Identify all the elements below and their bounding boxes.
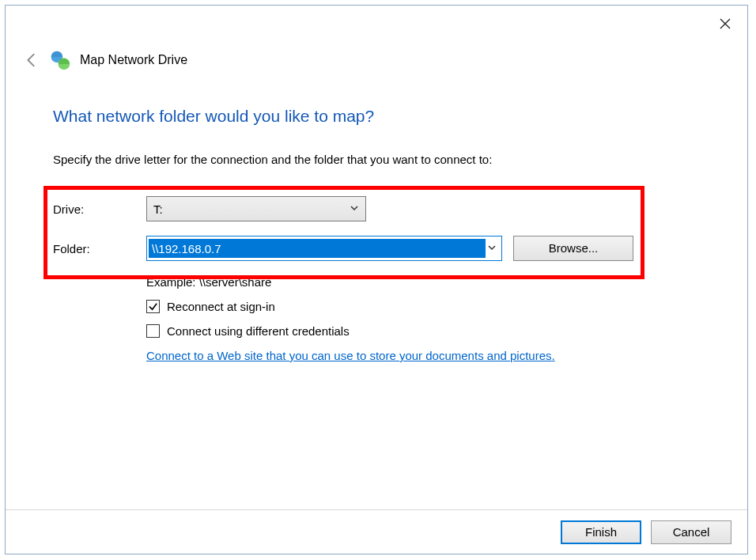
folder-combobox[interactable] [146,236,502,261]
connect-website-link[interactable]: Connect to a Web site that you can use t… [146,349,555,362]
folder-row: Folder: Browse... [53,236,700,261]
chevron-down-icon[interactable] [487,243,497,255]
dialog-content: What network folder would you like to ma… [53,107,700,373]
dialog-title: Map Network Drive [80,53,187,67]
instructions: Specify the drive letter for the connect… [53,153,700,166]
map-network-drive-dialog: Map Network Drive What network folder wo… [5,5,748,554]
credentials-checkbox[interactable] [146,324,160,338]
drive-value: T: [153,202,163,216]
chevron-down-icon [350,203,359,215]
credentials-row[interactable]: Connect using different credentials [146,324,700,338]
browse-button[interactable]: Browse... [513,236,633,261]
drive-row: Drive: T: [53,196,700,221]
drive-label: Drive: [53,202,146,216]
connect-website-row: Connect to a Web site that you can use t… [146,349,700,362]
dialog-header: Map Network Drive [23,50,187,70]
network-drive-icon [50,50,70,70]
drive-select[interactable]: T: [146,196,366,221]
reconnect-checkbox[interactable] [146,300,160,313]
finish-button[interactable]: Finish [561,520,641,544]
back-icon[interactable] [23,51,40,69]
heading: What network folder would you like to ma… [53,107,700,126]
cancel-button[interactable]: Cancel [651,520,731,544]
close-icon[interactable] [717,17,733,32]
dialog-footer: Finish Cancel [6,509,747,554]
reconnect-label: Reconnect at sign-in [167,300,275,313]
reconnect-row[interactable]: Reconnect at sign-in [146,300,700,313]
folder-label: Folder: [53,242,146,255]
credentials-label: Connect using different credentials [167,324,350,338]
folder-input[interactable] [149,239,486,258]
example-text: Example: \\server\share [146,275,700,289]
